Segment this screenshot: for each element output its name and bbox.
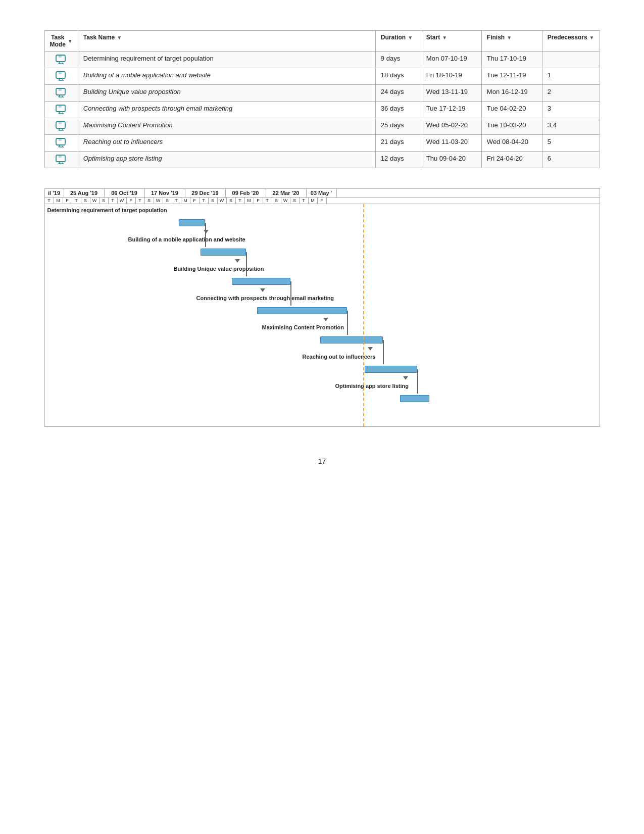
th-task-name[interactable]: Task Name ▼ <box>78 31 375 52</box>
gantt-period-label: 09 Feb '20 <box>226 189 266 197</box>
th-task-mode-label: TaskMode <box>50 34 66 48</box>
predecessors-cell: 6 <box>542 152 600 168</box>
gantt-day-label: M <box>245 198 254 204</box>
gantt-day-label: F <box>318 198 327 204</box>
gantt-day-label: S <box>290 198 300 204</box>
gantt-day-label: S <box>145 198 154 204</box>
table-row: Optimising app store listing12 daysThu 0… <box>44 152 600 168</box>
gantt-day-label: F <box>127 198 136 204</box>
gantt-day-label: T <box>72 198 81 204</box>
th-predecessors[interactable]: Predecessors ▼ <box>542 31 600 52</box>
start-cell: Fri 18-10-19 <box>421 68 481 85</box>
gantt-day-label: T <box>236 198 245 204</box>
task-name-cell: Determining requirement of target popula… <box>78 52 375 68</box>
gantt-arrowhead <box>204 230 209 233</box>
gantt-arrowhead <box>403 376 408 380</box>
th-finish[interactable]: Finish ▼ <box>481 31 542 52</box>
predecessors-cell: 3,4 <box>542 118 600 135</box>
svg-rect-13 <box>59 106 62 108</box>
table-row: Maximising Content Promotion25 daysWed 0… <box>44 118 600 135</box>
gantt-task-label: Building of a mobile application and web… <box>128 236 245 242</box>
start-cell: Wed 11-03-20 <box>421 135 481 152</box>
th-task-mode[interactable]: TaskMode ▼ <box>44 31 78 52</box>
finish-cell: Tue 10-03-20 <box>481 118 542 135</box>
gantt-day-label: T <box>136 198 145 204</box>
duration-cell: 25 days <box>375 118 421 135</box>
gantt-period-label: 17 Nov '19 <box>145 189 185 197</box>
gantt-day-label: T <box>172 198 181 204</box>
svg-rect-17 <box>59 122 62 124</box>
task-mode-svg <box>56 55 67 65</box>
start-cell: Thu 09-04-20 <box>421 152 481 168</box>
gantt-task-label: Maximising Content Promotion <box>262 324 344 330</box>
finish-cell: Thu 17-10-19 <box>481 52 542 68</box>
svg-rect-1 <box>59 56 62 58</box>
sort-arrow-task-name: ▼ <box>117 35 122 40</box>
page-number: 17 <box>318 457 326 465</box>
task-mode-svg <box>56 71 67 81</box>
sort-arrow-start: ▼ <box>442 35 447 40</box>
start-cell: Mon 07-10-19 <box>421 52 481 68</box>
table-body: Determining requirement of target popula… <box>44 52 600 168</box>
task-name-cell: Optimising app store listing <box>78 152 375 168</box>
th-start[interactable]: Start ▼ <box>421 31 481 52</box>
gantt-arrowhead <box>260 288 265 292</box>
gantt-bar <box>179 219 205 226</box>
task-mode-icon <box>50 105 73 115</box>
gantt-task-label: Determining requirement of target popula… <box>47 207 167 213</box>
task-mode-icon <box>50 88 73 98</box>
task-mode-icon <box>50 121 73 131</box>
gantt-day-label: M <box>54 198 63 204</box>
gantt-task-label: Connecting with prospects through email … <box>196 295 334 301</box>
start-cell: Wed 05-02-20 <box>421 118 481 135</box>
finish-cell: Tue 04-02-20 <box>481 102 542 118</box>
sort-arrow-finish: ▼ <box>507 35 512 40</box>
sort-arrow-task-mode: ▼ <box>68 38 73 44</box>
gantt-day-label: T <box>109 198 118 204</box>
table-row: Determining requirement of target popula… <box>44 52 600 68</box>
task-mode-cell <box>44 135 78 152</box>
task-mode-icon <box>50 71 73 81</box>
gantt-row: Determining requirement of target popula… <box>45 204 600 233</box>
sort-arrow-predecessors: ▼ <box>589 35 595 40</box>
gantt-task-label: Optimising app store listing <box>335 383 409 389</box>
table-row: Building Unique value proposition24 days… <box>44 85 600 102</box>
gantt-day-label: S <box>100 198 109 204</box>
gantt-arrowhead <box>368 347 373 351</box>
duration-cell: 12 days <box>375 152 421 168</box>
task-name-cell: Building of a mobile application and web… <box>78 68 375 85</box>
gantt-day-label: W <box>281 198 290 204</box>
gantt-day-label: F <box>63 198 72 204</box>
task-mode-cell <box>44 68 78 85</box>
svg-rect-21 <box>59 139 62 141</box>
predecessors-cell: 3 <box>542 102 600 118</box>
task-mode-cell <box>44 102 78 118</box>
gantt-task-label: Reaching out to influencers <box>303 354 376 360</box>
svg-rect-5 <box>59 72 62 74</box>
task-name-cell: Connecting with prospects through email … <box>78 102 375 118</box>
task-mode-cell <box>44 118 78 135</box>
th-task-name-label: Task Name <box>83 34 115 41</box>
task-mode-svg <box>56 105 67 115</box>
finish-cell: Tue 12-11-19 <box>481 68 542 85</box>
gantt-bar <box>400 395 429 402</box>
gantt-period-label: il '19 <box>45 189 64 197</box>
gantt-period-label: 25 Aug '19 <box>64 189 105 197</box>
gantt-period-header: il '1925 Aug '1906 Oct '1917 Nov '1929 D… <box>45 189 600 198</box>
task-mode-icon <box>50 138 73 148</box>
gantt-day-label: S <box>209 198 218 204</box>
gantt-row: Maximising Content Promotion <box>45 321 600 351</box>
th-duration[interactable]: Duration ▼ <box>375 31 421 52</box>
gantt-today-line <box>363 204 364 426</box>
gantt-row: Connecting with prospects through email … <box>45 292 600 321</box>
gantt-row: Building of a mobile application and web… <box>45 233 600 263</box>
task-mode-svg <box>56 155 67 165</box>
start-cell: Wed 13-11-19 <box>421 85 481 102</box>
predecessors-cell: 2 <box>542 85 600 102</box>
gantt-row: Building Unique value proposition <box>45 263 600 292</box>
gantt-row: Reaching out to influencers <box>45 351 600 380</box>
task-mode-cell <box>44 52 78 68</box>
gantt-chart: il '1925 Aug '1906 Oct '1917 Nov '1929 D… <box>44 188 600 427</box>
gantt-day-label: W <box>218 198 227 204</box>
svg-rect-9 <box>59 89 62 91</box>
